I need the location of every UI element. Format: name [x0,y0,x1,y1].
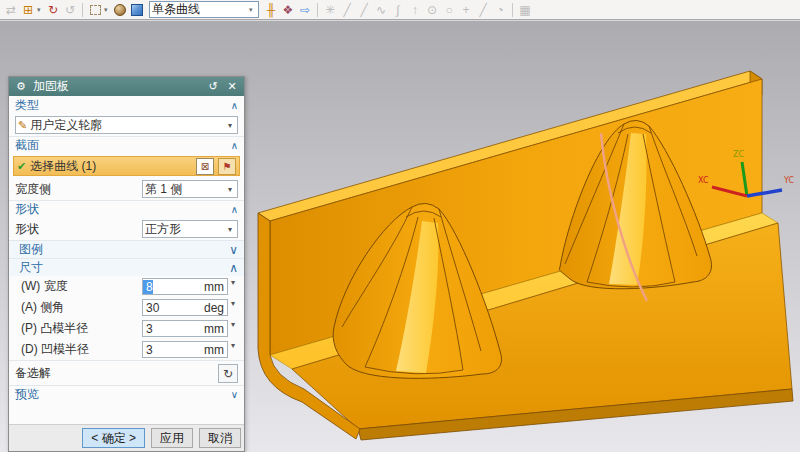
follow-fillet-icon[interactable]: ❖ [280,2,296,18]
rectangle-select-icon[interactable] [87,2,103,18]
sphere-display-icon[interactable] [112,2,128,18]
chevron-down-icon[interactable]: ▾ [225,225,235,234]
dim-punch-label: (P) 凸模半径 [21,320,138,337]
chevron-down-icon[interactable]: ▾ [228,278,238,295]
apply-arrow-icon[interactable]: ⇨ [297,2,313,18]
spline-tool-icon[interactable]: ∫ [390,2,406,18]
check-icon: ✔ [17,160,26,173]
chevron-down-icon[interactable]: ▾ [225,121,235,130]
section-header-type[interactable]: 类型 ∧ [9,96,244,114]
dim-row-angle: (A) 侧角 30 deg ▾ [9,297,244,318]
select-curve-label: 选择曲线 (1) [30,158,192,175]
chevron-up-icon[interactable]: ∧ [231,140,238,151]
section-header-section[interactable]: 截面 ∧ [9,136,244,154]
shape-value: 正方形 [145,221,222,238]
dialog-title: 加固板 [33,78,201,95]
dim-punch-input[interactable]: 3 mm [142,320,228,337]
shape-combo[interactable]: 正方形 ▾ [142,220,238,238]
toolbar-separator [82,3,83,17]
dim-die-label: (D) 凹模半径 [21,341,138,358]
undo-rotate-icon[interactable]: ↺ [62,2,78,18]
circle-tool-icon[interactable]: ○ [441,2,457,18]
legend-label: 图例 [19,241,229,258]
deselect-icon[interactable]: ⊠ [196,158,214,175]
rectangle-select-dropdown-icon[interactable]: ▾ [104,6,111,14]
gear-icon[interactable]: ⚙ [14,80,28,93]
dim-width-input[interactable]: 8 mm [142,278,228,295]
chevron-down-icon[interactable]: ▾ [228,299,238,316]
rotate-view-icon[interactable]: ↻ [45,2,61,18]
cycle-solutions-icon[interactable]: ↻ [218,364,238,383]
dim-punch-value: 3 [143,322,201,336]
dim-row-die-radius: (D) 凹模半径 3 mm ▾ [9,339,244,360]
width-side-value: 第 1 侧 [145,181,222,198]
dialog-footer: < 确定 > 应用 取消 [9,424,244,451]
pan-icon[interactable]: ⇄ [3,2,19,18]
fit-view-icon[interactable]: ⊞ [20,2,36,18]
point-on-curve-icon[interactable]: ↑ [407,2,423,18]
type-row: ✎ 用户定义轮廓 ▾ [9,114,244,136]
profile-icon: ✎ [18,119,27,132]
dim-angle-label: (A) 侧角 [21,299,138,316]
dim-angle-unit: deg [201,301,227,315]
chevron-up-icon[interactable]: ∧ [229,261,238,275]
curve-rule-value: 单条曲线 [152,1,249,18]
arc-tool-icon[interactable]: ∿ [373,2,389,18]
reset-icon[interactable]: ↺ [206,80,220,93]
curve-rule-combo[interactable]: 单条曲线 ▾ [149,1,259,18]
apply-button[interactable]: 应用 [151,428,193,448]
dimensions-label: 尺寸 [19,259,229,276]
dim-angle-input[interactable]: 30 deg [142,299,228,316]
shape-row: 形状 正方形 ▾ [9,218,244,240]
chevron-down-icon[interactable]: ∨ [229,243,238,257]
curve-rule-dropdown-icon[interactable]: ▾ [249,6,256,14]
shape-label: 形状 [15,221,138,238]
dim-die-input[interactable]: 3 mm [142,341,228,358]
toolbar-separator [512,3,513,17]
chevron-down-icon[interactable]: ▾ [228,341,238,358]
triad-x-label: XC [698,176,709,185]
cancel-button[interactable]: 取消 [199,428,241,448]
chevron-down-icon[interactable]: ▾ [225,185,235,194]
type-combo[interactable]: ✎ 用户定义轮廓 ▾ [15,116,238,134]
line-tool-icon[interactable]: ╱ [339,2,355,18]
width-side-label: 宽度侧 [15,181,138,198]
line-tool-icon-2[interactable]: ╱ [356,2,372,18]
chevron-down-icon[interactable]: ▾ [228,320,238,337]
app-window: ⇄ ⊞ ▾ ↻ ↺ ▾ 单条曲线 ▾ ╫ ❖ ⇨ ✳ ╱ ╱ ∿ ∫ ↑ ⊙ ○… [0,0,800,452]
triad-y-label: YC [783,176,794,185]
dim-width-unit: mm [201,280,227,294]
dim-die-value: 3 [143,343,201,357]
fit-view-dropdown-icon[interactable]: ▾ [37,6,44,14]
cube-shape [131,4,143,16]
snap-point-icon[interactable]: ✳ [322,2,338,18]
shaded-cube-icon[interactable] [129,2,145,18]
chevron-down-icon[interactable]: ∨ [231,389,238,400]
plus-tool-icon[interactable]: + [458,2,474,18]
eye-tool-icon[interactable]: ◔ [492,2,508,18]
section-section-label: 截面 [15,137,231,154]
section-header-preview[interactable]: 预览 ∨ [9,385,244,403]
subsection-header-legend[interactable]: 图例 ∨ [9,240,244,258]
dim-angle-value: 30 [143,301,201,315]
section-type-label: 类型 [15,97,231,114]
ok-button[interactable]: < 确定 > [82,428,145,448]
flag-icon[interactable]: ⚑ [218,158,236,175]
slash-tool-icon[interactable]: ╱ [475,2,491,18]
close-icon[interactable]: ✕ [225,80,239,93]
grid-icon[interactable]: ▦ [517,2,533,18]
dashed-rect-shape [90,5,101,15]
width-side-combo[interactable]: 第 1 侧 ▾ [142,180,238,198]
chevron-up-icon[interactable]: ∧ [231,100,238,111]
alternate-solution-row: 备选解 ↻ [9,360,244,385]
subsection-header-dimensions[interactable]: 尺寸 ∧ [9,258,244,276]
circle-center-icon[interactable]: ⊙ [424,2,440,18]
model-3d[interactable]: ZC XC YC [248,21,800,452]
alternate-solution-label: 备选解 [15,365,214,382]
select-curve-row[interactable]: ✔ 选择曲线 (1) ⊠ ⚑ [13,156,240,176]
stop-at-intersection-icon[interactable]: ╫ [263,2,279,18]
dialog-titlebar[interactable]: ⚙ 加固板 ↺ ✕ [9,77,244,96]
top-toolbar: ⇄ ⊞ ▾ ↻ ↺ ▾ 单条曲线 ▾ ╫ ❖ ⇨ ✳ ╱ ╱ ∿ ∫ ↑ ⊙ ○… [0,0,800,20]
chevron-up-icon[interactable]: ∧ [231,204,238,215]
section-header-shape[interactable]: 形状 ∧ [9,200,244,218]
